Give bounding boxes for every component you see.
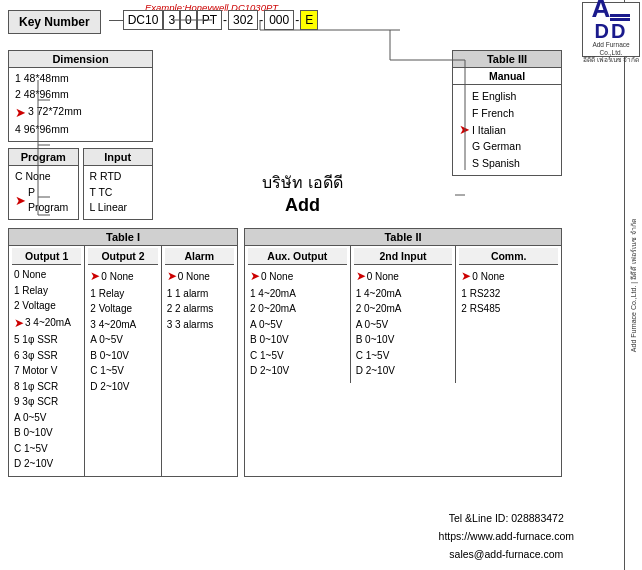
t1c1-d: D 2~10V [14,456,79,472]
middle-section: Dimension 1 48*48mm 2 48*96mm ➤3 72*72mm… [8,50,634,220]
prog-item-c: C None [15,169,72,185]
table3-wrapper: Table III Manual ➤ E English F French I … [452,50,562,220]
table2-cols: Aux. Output ➤0 None 1 4~20mA 2 0~20mA A … [245,246,561,383]
t2c3-1: 1 RS232 [461,286,556,302]
table1-col2: Output 2 ➤0 None 1 Relay 2 Voltage 3 4~2… [85,246,161,476]
dim-item-3: ➤3 72*72mm [15,103,146,123]
input-t: T TC [90,185,147,201]
t2c1-0: ➤0 None [250,267,345,286]
t1c2-3: 3 4~20mA [90,317,155,333]
t2c2-d: D 2~10V [356,363,451,379]
t1c2-2: 2 Voltage [90,301,155,317]
t2c1-1: 1 4~20mA [250,286,345,302]
t2c2-b: B 0~10V [356,332,451,348]
prog-item-p: ➤P Program [15,185,72,217]
company-center: บริษัท เอดีดี Add [153,50,452,220]
table3-box: Table III Manual ➤ E English F French I … [452,50,562,176]
t3-g: G German [472,138,521,155]
left-boxes: Dimension 1 48*48mm 2 48*96mm ➤3 72*72mm… [8,50,153,220]
dim-item-2: 2 48*96mm [15,87,146,103]
t2c2-c: C 1~5V [356,348,451,364]
table3-items: E English F French I Italian G German S … [472,88,521,172]
contact-tel: Tel &Line ID: 028883472 [439,510,574,528]
input-box: Input R RTD T TC L Linear [83,148,154,220]
table2-col1-content: ➤0 None 1 4~20mA 2 0~20mA A 0~5V B 0~10V… [248,265,347,381]
t2c1-a: A 0~5V [250,317,345,333]
input-r: R RTD [90,169,147,185]
dc-part2: 3 [163,10,180,30]
t1c2-d: D 2~10V [90,379,155,395]
t1c2-0: ➤0 None [90,267,155,286]
table3-subtitle: Manual [453,68,561,85]
t2c2-a: A 0~5V [356,317,451,333]
contact-email: sales@add-furnace.com [439,546,574,564]
t2c2-0: ➤0 None [356,267,451,286]
table3-title: Table III [453,51,561,68]
t1c3-0: ➤0 None [167,267,232,286]
t1c1-1: 1 Relay [14,283,79,299]
key-number-box: Key Number [8,10,101,34]
t2c1-2: 2 0~20mA [250,301,345,317]
t1c1-a: A 0~5V [14,410,79,426]
t3-e: E English [472,88,521,105]
t1c1-0: 0 None [14,267,79,283]
t1c3-1: 1 1 alarm [167,286,232,302]
dc-part6: 000 [264,10,294,30]
t1c3-2: 2 2 alarms [167,301,232,317]
table1-col2-header: Output 2 [88,248,157,265]
t1c2-b: B 0~10V [90,348,155,364]
dim-item-4: 4 96*96mm [15,122,146,138]
t2c1-b: B 0~10V [250,332,345,348]
t2c3-0: ➤0 None [461,267,556,286]
table1-col1-header: Output 1 [12,248,81,265]
bottom-section: Table I Output 1 0 None 1 Relay 2 Voltag… [8,228,634,477]
dimension-title: Dimension [9,51,152,68]
t3-s: S Spanish [472,155,521,172]
table3-arrow-row: ➤ E English F French I Italian G German … [459,88,555,172]
table2-container: Table II Aux. Output ➤0 None 1 4~20mA 2 … [244,228,562,477]
t1c1-5: 5 1φ SSR [14,332,79,348]
table2-col2-content: ➤0 None 1 4~20mA 2 0~20mA A 0~5V B 0~10V… [354,265,453,381]
table2-col2-header: 2nd Input [354,248,453,265]
dc-part4: PT [197,10,222,30]
input-l: L Linear [90,200,147,216]
t2c3-2: 2 RS485 [461,301,556,317]
table1-col2-content: ➤0 None 1 Relay 2 Voltage 3 4~20mA A 0~5… [88,265,157,396]
t1c1-b: B 0~10V [14,425,79,441]
table1-cols: Output 1 0 None 1 Relay 2 Voltage ➤3 4~2… [9,246,237,476]
t1c2-c: C 1~5V [90,363,155,379]
t1c1-8: 8 1φ SCR [14,379,79,395]
table1-col1: Output 1 0 None 1 Relay 2 Voltage ➤3 4~2… [9,246,85,476]
company-add: Add [285,195,320,216]
t1c2-1: 1 Relay [90,286,155,302]
dim-item-1: 1 48*48mm [15,71,146,87]
table1-col3-content: ➤0 None 1 1 alarm 2 2 alarms 3 3 alarms [165,265,234,334]
program-box: Program C None ➤P Program [8,148,79,220]
vertical-text: Add Furnace Co.,Ltd. | อีดีดี เฟอร์เนซ จ… [628,218,639,352]
t1c1-6: 6 3φ SSR [14,348,79,364]
dc-part3: 0 [180,10,197,30]
t1c1-2: 2 Voltage [14,298,79,314]
t1c1-9: 9 3φ SCR [14,394,79,410]
contact-info: Tel &Line ID: 028883472 https://www.add-… [439,510,574,564]
dimension-content: 1 48*48mm 2 48*96mm ➤3 72*72mm 4 96*96mm [9,68,152,141]
dc-part1: DC10 [123,10,164,30]
table1-col3: Alarm ➤0 None 1 1 alarm 2 2 alarms 3 3 a… [162,246,237,476]
table1-col3-header: Alarm [165,248,234,265]
t2c1-d: D 2~10V [250,363,345,379]
dimension-box: Dimension 1 48*48mm 2 48*96mm ➤3 72*72mm… [8,50,153,142]
program-title: Program [9,149,78,166]
table2-col2: 2nd Input ➤0 None 1 4~20mA 2 0~20mA A 0~… [351,246,457,383]
input-content: R RTD T TC L Linear [84,166,153,219]
t1c3-3: 3 3 alarms [167,317,232,333]
table2-col1: Aux. Output ➤0 None 1 4~20mA 2 0~20mA A … [245,246,351,383]
page-container: Add Furnace Co.,Ltd. | อีดีดี เฟอร์เนซ จ… [0,0,642,570]
table2-col3: Comm. ➤0 None 1 RS232 2 RS485 [456,246,561,383]
dc-code: DC10 3 0 PT - 302 - 000 - E [109,10,318,30]
table2-col3-header: Comm. [459,248,558,265]
table1-col1-content: 0 None 1 Relay 2 Voltage ➤3 4~20mA 5 1φ … [12,265,81,474]
table2-col1-header: Aux. Output [248,248,347,265]
table1-title: Table I [9,229,237,246]
program-input-row: Program C None ➤P Program Input R RTD T … [8,148,153,220]
dc-part5: 302 [228,10,258,30]
